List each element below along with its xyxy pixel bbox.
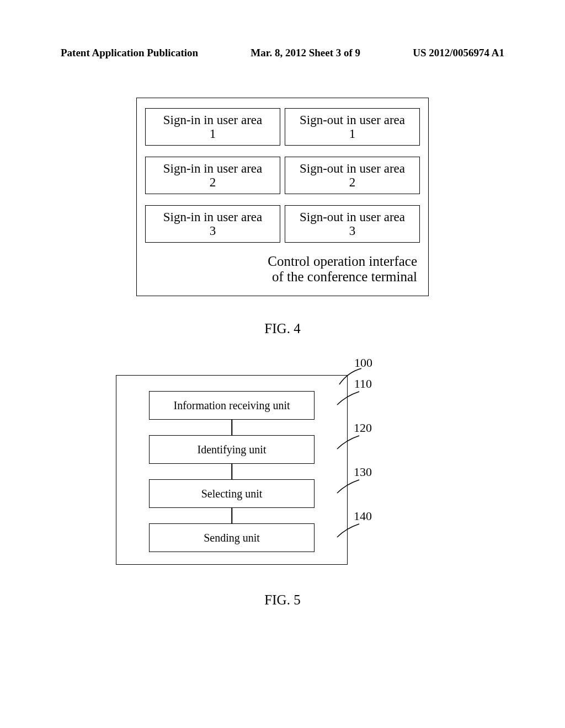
fig5-panel: 100 Information receiving unit 110 Ident… [116,375,348,565]
header-center: Mar. 8, 2012 Sheet 3 of 9 [250,47,360,59]
header-right: US 2012/0056974 A1 [413,47,504,59]
fig4-caption: Control operation interface of the confe… [145,254,420,284]
leader-130-icon [336,478,361,494]
fig4-row-2: Sign-in in user area 2 Sign-out in user … [145,157,420,194]
fig4-row-3: Sign-in in user area 3 Sign-out in user … [145,205,420,243]
fig4-row-1: Sign-in in user area 1 Sign-out in user … [145,108,420,146]
identifying-unit: Identifying unit [149,435,315,464]
leader-110-icon [336,389,361,406]
unit-row-140: Sending unit 140 [116,523,347,552]
signout-area-2: Sign-out in user area 2 [285,157,420,194]
unit-row-110: Information receiving unit 110 [116,391,347,420]
signout-area-1: Sign-out in user area 1 [285,108,420,146]
signin-area-1: Sign-in in user area 1 [145,108,280,146]
leader-140-icon [336,522,361,538]
leader-120-icon [336,433,361,450]
fig4-label: FIG. 4 [0,321,565,336]
connector-1 [231,420,232,435]
header-left: Patent Application Publication [61,47,198,59]
signin-area-3: Sign-in in user area 3 [145,205,280,243]
fig4-panel: Sign-in in user area 1 Sign-out in user … [136,98,429,296]
connector-2 [231,464,232,479]
fig5-label: FIG. 5 [0,592,565,608]
page-header: Patent Application Publication Mar. 8, 2… [0,0,565,65]
connector-3 [231,508,232,523]
signout-area-3: Sign-out in user area 3 [285,205,420,243]
unit-row-120: Identifying unit 120 [116,435,347,464]
fig5-outer-box: Information receiving unit 110 Identifyi… [116,375,348,565]
signin-area-2: Sign-in in user area 2 [145,157,280,194]
info-receiving-unit: Information receiving unit [149,391,315,420]
unit-row-130: Selecting unit 130 [116,479,347,508]
selecting-unit: Selecting unit [149,479,315,508]
sending-unit: Sending unit [149,523,315,552]
